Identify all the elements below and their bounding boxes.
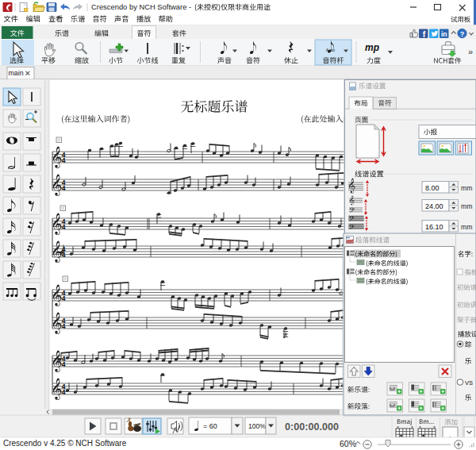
svg-text:mm: mm [461, 202, 472, 210]
svg-text:mm: mm [461, 223, 472, 231]
svg-text:×: × [411, 425, 413, 429]
svg-text:Crescendo v 4.25 © NCH Softwar: Crescendo v 4.25 © NCH Software [3, 439, 127, 448]
svg-text:8.00: 8.00 [425, 184, 440, 192]
svg-text:4: 4 [62, 294, 66, 302]
svg-text:»: » [468, 47, 473, 56]
svg-text:×: × [419, 425, 421, 429]
svg-text:mp: mp [365, 42, 379, 53]
svg-text:main: main [8, 69, 23, 77]
svg-text:24.00: 24.00 [425, 202, 443, 210]
svg-text:4: 4 [62, 322, 66, 330]
svg-text:4: 4 [62, 184, 66, 192]
svg-text:4: 4 [62, 360, 66, 368]
svg-text:×: × [397, 425, 399, 429]
svg-text:f: f [423, 29, 426, 39]
svg-text:VS: VS [465, 379, 473, 387]
svg-text:4: 4 [62, 388, 66, 396]
svg-text:Crescendo by NCH Software -: Crescendo by NCH Software - [91, 2, 191, 11]
svg-text:in: in [441, 30, 447, 38]
svg-text:= 60: = 60 [203, 422, 217, 430]
svg-text:16.10: 16.10 [425, 223, 443, 231]
svg-text:×: × [433, 425, 436, 429]
svg-text:mm: mm [461, 184, 472, 192]
svg-text:0:00:00.000: 0:00:00.000 [285, 421, 339, 433]
svg-text:4: 4 [62, 156, 66, 164]
svg-text:4: 4 [62, 223, 66, 231]
svg-text:60%: 60% [340, 439, 356, 448]
svg-text:100%: 100% [248, 422, 266, 430]
svg-text:?: ? [460, 30, 465, 38]
svg-text:Auto: Auto [326, 48, 335, 52]
